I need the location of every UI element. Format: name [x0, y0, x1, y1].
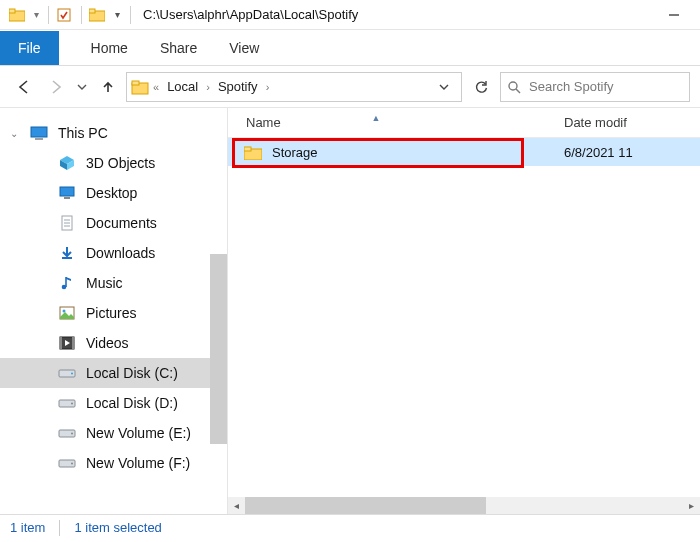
column-label: Date modif [564, 115, 627, 130]
tree-root-this-pc[interactable]: ⌄ This PC [0, 118, 227, 148]
tree-item-documents[interactable]: Documents [0, 208, 227, 238]
download-icon [58, 244, 76, 262]
search-input[interactable] [529, 79, 683, 94]
folder-icon [244, 145, 262, 160]
tree-label: Local Disk (D:) [86, 395, 178, 411]
horizontal-scrollbar[interactable]: ◂ ▸ [228, 497, 700, 514]
forward-button[interactable] [42, 73, 70, 101]
svg-point-21 [63, 310, 66, 313]
ribbon-tabs: File Home Share View [0, 30, 700, 66]
column-headers: ▲ Name Date modif [228, 108, 700, 138]
file-name: Storage [272, 145, 318, 160]
address-dropdown[interactable] [439, 82, 457, 92]
breadcrumb-item[interactable]: Local [163, 79, 202, 94]
main-area: ⌄ This PC 3D Objects Desktop Documents D… [0, 108, 700, 514]
tree-label: Videos [86, 335, 129, 351]
title-bar: ▾ ▾ C:\Users\alphr\AppData\Local\Spotify [0, 0, 700, 30]
svg-rect-34 [244, 147, 251, 151]
videos-icon [58, 334, 76, 352]
svg-rect-23 [60, 337, 62, 349]
tree-item-downloads[interactable]: Downloads [0, 238, 227, 268]
chevron-right-icon[interactable]: › [206, 81, 210, 93]
tree-label: Downloads [86, 245, 155, 261]
status-selection: 1 item selected [74, 520, 161, 535]
tab-view[interactable]: View [229, 31, 259, 65]
cube-icon [58, 154, 76, 172]
status-item-count: 1 item [10, 520, 45, 535]
svg-point-19 [62, 285, 67, 290]
this-pc-icon [30, 124, 48, 142]
recent-locations-dropdown[interactable] [74, 73, 90, 101]
column-header-name[interactable]: ▲ Name [228, 115, 524, 130]
column-header-date[interactable]: Date modif [524, 115, 627, 130]
scroll-track[interactable] [245, 497, 683, 514]
nav-scrollbar-thumb[interactable] [210, 254, 227, 444]
folder-icon [6, 4, 28, 26]
folder-icon[interactable] [86, 4, 108, 26]
scroll-left-button[interactable]: ◂ [228, 497, 245, 514]
svg-rect-10 [31, 127, 47, 137]
svg-rect-4 [89, 9, 95, 13]
navigation-pane: ⌄ This PC 3D Objects Desktop Documents D… [0, 108, 228, 514]
drive-icon [58, 394, 76, 412]
svg-line-9 [516, 89, 520, 93]
minimize-button[interactable] [654, 1, 694, 29]
navigation-bar: « Local › Spotify › [0, 66, 700, 108]
address-bar[interactable]: « Local › Spotify › [126, 72, 462, 102]
file-tab[interactable]: File [0, 31, 59, 65]
tree-item-new-volume-f[interactable]: New Volume (F:) [0, 448, 227, 478]
breadcrumb-prefix[interactable]: « [153, 81, 159, 93]
scroll-right-button[interactable]: ▸ [683, 497, 700, 514]
svg-point-32 [71, 463, 73, 465]
svg-rect-12 [60, 187, 74, 196]
cell-name: Storage [228, 145, 524, 160]
svg-rect-13 [64, 197, 70, 199]
svg-rect-2 [58, 9, 70, 21]
drive-icon [58, 454, 76, 472]
tree-label: Local Disk (C:) [86, 365, 178, 381]
refresh-button[interactable] [466, 72, 496, 102]
status-bar: 1 item 1 item selected [0, 514, 700, 540]
file-list: Storage 6/8/2021 11 [228, 138, 700, 497]
search-box[interactable] [500, 72, 690, 102]
tree-item-music[interactable]: Music [0, 268, 227, 298]
tree-item-local-disk-d[interactable]: Local Disk (D:) [0, 388, 227, 418]
properties-icon[interactable] [53, 4, 75, 26]
tree-label: Pictures [86, 305, 137, 321]
tree-label: Documents [86, 215, 157, 231]
search-icon [507, 80, 521, 94]
tree-item-desktop[interactable]: Desktop [0, 178, 227, 208]
chevron-right-icon[interactable]: › [266, 81, 270, 93]
window-title: C:\Users\alphr\AppData\Local\Spotify [143, 7, 358, 22]
separator [81, 6, 82, 24]
column-label: Name [246, 115, 281, 130]
tab-home[interactable]: Home [91, 31, 128, 65]
qat-overflow-dropdown[interactable]: ▾ [110, 4, 124, 26]
drive-icon [58, 424, 76, 442]
tree-item-3d-objects[interactable]: 3D Objects [0, 148, 227, 178]
tree-label: New Volume (E:) [86, 425, 191, 441]
scroll-thumb[interactable] [245, 497, 486, 514]
back-button[interactable] [10, 73, 38, 101]
svg-rect-7 [132, 81, 139, 85]
tree-item-local-disk-c[interactable]: Local Disk (C:) [0, 358, 227, 388]
expand-toggle-icon[interactable]: ⌄ [10, 128, 18, 139]
sort-asc-icon: ▲ [372, 113, 381, 123]
qat-pin-dropdown[interactable]: ▾ [30, 4, 42, 26]
music-icon [58, 274, 76, 292]
tree-item-videos[interactable]: Videos [0, 328, 227, 358]
tree-label: New Volume (F:) [86, 455, 190, 471]
content-pane: ▲ Name Date modif Storage 6/8/2021 11 ◂ [228, 108, 700, 514]
list-item[interactable]: Storage 6/8/2021 11 [228, 138, 700, 166]
breadcrumb-item[interactable]: Spotify [214, 79, 262, 94]
desktop-icon [58, 184, 76, 202]
svg-point-26 [71, 373, 73, 375]
up-button[interactable] [94, 73, 122, 101]
tab-share[interactable]: Share [160, 31, 197, 65]
svg-rect-24 [72, 337, 74, 349]
tree-item-new-volume-e[interactable]: New Volume (E:) [0, 418, 227, 448]
separator [130, 6, 131, 24]
cell-date: 6/8/2021 11 [524, 145, 633, 160]
tree-item-pictures[interactable]: Pictures [0, 298, 227, 328]
svg-point-28 [71, 403, 73, 405]
